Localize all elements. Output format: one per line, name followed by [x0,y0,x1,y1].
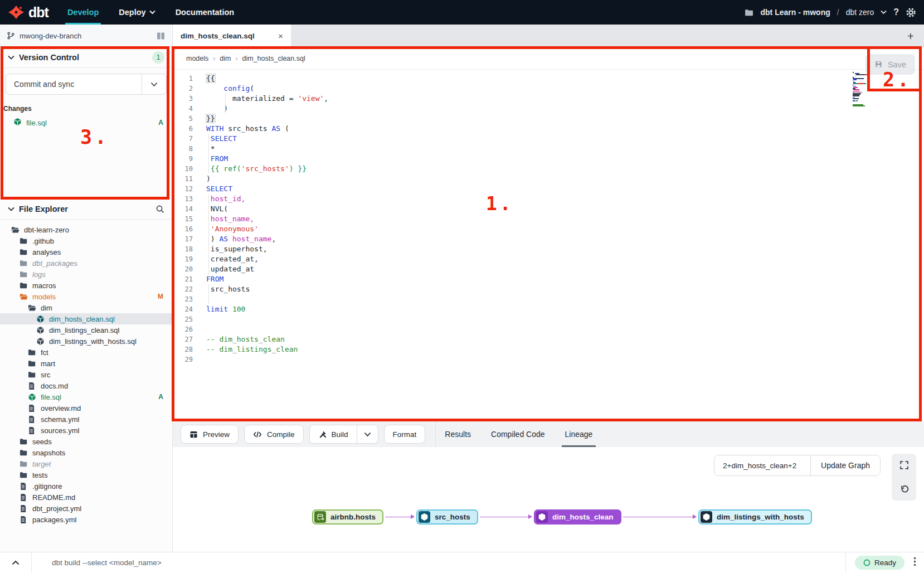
tree-item-sources-yml[interactable]: sources.yml [0,425,172,436]
divider [0,67,172,68]
tree-item-models[interactable]: modelsM [0,291,172,302]
tree-item-file-sql[interactable]: file.sqlA [0,391,172,402]
code-line: 6WITH src_hosts AS ( [173,124,924,134]
chevron-up-icon[interactable] [0,552,31,573]
nav-deploy[interactable]: Deploy [119,0,155,25]
search-icon[interactable] [155,205,164,213]
code-content: 1{{2 config(3 materialized = 'view',4 )5… [173,70,924,365]
lineage-node-dim-listings-with-hosts[interactable]: dim_listings_with_hosts [698,509,812,525]
tree-item-src[interactable]: src [0,369,172,380]
tree-item-docs-md[interactable]: docs.md [0,380,172,391]
tree-item-logs[interactable]: logs [0,269,172,280]
tree-item-macros[interactable]: macros [0,280,172,291]
tab-compiled-code[interactable]: Compiled Code [491,421,545,447]
tab-lineage[interactable]: Lineage [565,421,593,447]
indent-guide [208,264,209,274]
commit-button-label: Commit and sync [6,74,142,94]
tree-item-label: file.sql [41,393,61,401]
indent-guide [225,104,226,114]
project-name[interactable]: dbt Learn - mwong [761,8,830,17]
tree-item-packages-yml[interactable]: packages.yml [0,514,172,525]
indent-guide [225,94,226,104]
tree-item--github[interactable]: .github [0,235,172,246]
model-icon [36,315,45,323]
line-number: 11 [173,174,193,184]
build-options-chevron-icon[interactable] [357,425,378,443]
tree-item-label: seeds [32,438,52,446]
code-editor[interactable]: models › dim › dim_hosts_clean.sql Save … [173,47,924,421]
breadcrumb-dim[interactable]: dim [220,55,231,62]
tree-item-schema-yml[interactable]: schema.yml [0,414,172,425]
tree-item-dim[interactable]: dim [0,302,172,313]
changes-label: Changes [0,100,172,116]
build-button[interactable]: Build [310,425,357,443]
nav-develop[interactable]: Develop [67,0,99,25]
folder-icon [20,471,28,479]
breadcrumb-models[interactable]: models [186,55,208,62]
code-line: 26 [173,324,924,334]
new-tab-button[interactable]: + [897,25,924,47]
help-icon[interactable]: ? [893,7,899,17]
file-explorer-header[interactable]: File Explorer [0,199,172,219]
tree-item-dbt-packages[interactable]: dbt_packages [0,258,172,269]
tab-dim-hosts-clean[interactable]: dim_hosts_clean.sql × [173,25,291,47]
tree-item-snapshots[interactable]: snapshots [0,447,172,458]
git-status-badge: M [158,293,163,300]
tab-results[interactable]: Results [445,421,471,447]
tree-item-tests[interactable]: tests [0,469,172,480]
lineage-node-label: src_hosts [435,513,470,521]
tree-item-fct[interactable]: fct [0,347,172,358]
editor-minimap[interactable] [853,72,872,108]
indent-guide [208,254,209,264]
version-control-header[interactable]: Version Control 1 [0,47,172,67]
close-icon[interactable]: × [278,31,283,41]
tree-item-readme-md[interactable]: README.md [0,492,172,503]
line-number: 17 [173,234,193,244]
commit-and-sync-button[interactable]: Commit and sync [6,74,167,95]
format-button[interactable]: Format [384,425,426,444]
tree-item-dim-hosts-clean-sql[interactable]: dim_hosts_clean.sql [0,313,172,324]
line-number: 25 [173,314,193,324]
code-line: 9 FROM [173,154,924,164]
tree-item-target[interactable]: target [0,458,172,469]
tree-item-dim-listings-with-hosts-sql[interactable]: dim_listings_with_hosts.sql [0,336,172,347]
nav-documentation[interactable]: Documentation [176,0,235,25]
preview-grid-icon [189,430,198,439]
code-line: 10 {{ ref('src_hosts') }} [173,164,924,174]
divider [845,552,846,573]
lineage-node-airbnb-hosts[interactable]: airbnb.hosts [312,509,383,525]
gear-icon[interactable] [906,7,916,18]
folder-icon [20,237,28,245]
tree-item--gitignore[interactable]: .gitignore [0,480,172,492]
commit-options-chevron-icon[interactable] [142,74,166,94]
tree-item-dbt-project-yml[interactable]: dbt_project.yml [0,503,172,514]
breadcrumb-file[interactable]: dim_hosts_clean.sql [242,55,305,62]
lineage-node-dim-hosts-clean[interactable]: dim_hosts_clean [534,509,621,525]
folder-icon [28,371,36,378]
lineage-node-label: dim_hosts_clean [552,513,614,521]
branch-name[interactable]: mwong-dev-branch [20,32,152,40]
model-icon [536,511,548,523]
tree-item-overview-md[interactable]: overview.md [0,402,172,414]
tree-item-seeds[interactable]: seeds [0,436,172,447]
ide-status-badge[interactable]: Ready [855,556,904,570]
line-number: 16 [173,224,193,234]
compile-button[interactable]: Compile [244,425,304,444]
environment-chevron-down-icon[interactable] [881,10,887,14]
project-folder-icon [745,8,754,17]
tree-item-analyses[interactable]: analyses [0,246,172,258]
file-icon [20,516,28,524]
compile-button-label: Compile [267,430,295,439]
tree-item-mart[interactable]: mart [0,358,172,369]
save-button[interactable]: Save [865,54,915,75]
changed-file-row[interactable]: file.sqlA [0,116,172,129]
lineage-node-src-hosts[interactable]: src_hosts [416,509,478,525]
dbt-logo[interactable]: dbt [8,4,48,21]
tree-item-dbt-learn-zero[interactable]: dbt-learn-zero [0,224,172,235]
command-input[interactable]: dbt build --select <model_name> [32,559,845,567]
preview-button[interactable]: Preview [181,425,239,444]
docs-book-icon[interactable] [156,32,166,40]
tree-item-dim-listings-clean-sql[interactable]: dim_listings_clean.sql [0,324,172,336]
environment-name[interactable]: dbt zero [846,8,874,17]
kebab-menu-icon[interactable] [912,557,924,569]
